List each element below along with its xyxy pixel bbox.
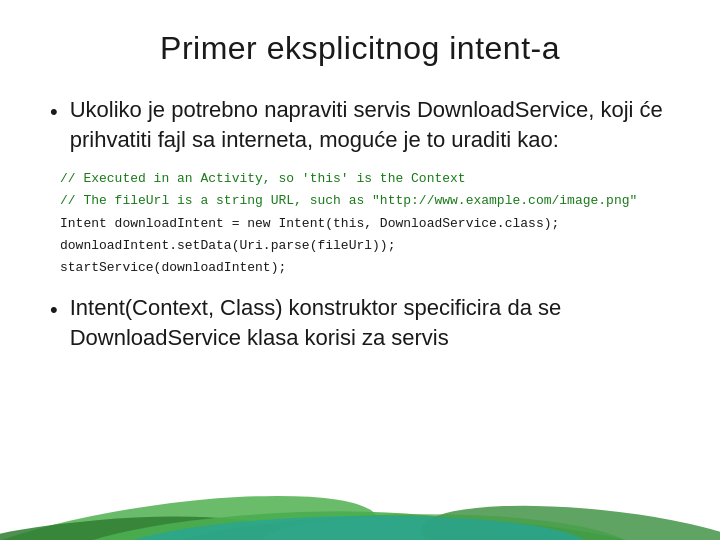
code-line-3: Intent downloadIntent = new Intent(this,… (60, 213, 670, 235)
slide-container: Primer eksplicitnog intent-a • Ukoliko j… (0, 0, 720, 540)
bullet-item-2: • Intent(Context, Class) konstruktor spe… (50, 293, 670, 352)
slide-title: Primer eksplicitnog intent-a (50, 30, 670, 67)
bullet-dot-2: • (50, 295, 58, 325)
bullet-text-2: Intent(Context, Class) konstruktor speci… (70, 293, 670, 352)
bullet-text-1: Ukoliko je potrebno napraviti servis Dow… (70, 95, 670, 154)
code-line-2: // The fileUrl is a string URL, such as … (60, 190, 670, 212)
code-line-5: startService(downloadIntent); (60, 257, 670, 279)
bullet-dot-1: • (50, 97, 58, 127)
bullet-item-1: • Ukoliko je potrebno napraviti servis D… (50, 95, 670, 154)
code-line-4: downloadIntent.setData(Uri.parse(fileUrl… (60, 235, 670, 257)
bullet-section-2: • Intent(Context, Class) konstruktor spe… (50, 293, 670, 352)
wave-svg (0, 460, 720, 540)
code-line-1: // Executed in an Activity, so 'this' is… (60, 168, 670, 190)
bullet-section-1: • Ukoliko je potrebno napraviti servis D… (50, 95, 670, 154)
decorations (0, 460, 720, 540)
code-block: // Executed in an Activity, so 'this' is… (50, 168, 670, 278)
